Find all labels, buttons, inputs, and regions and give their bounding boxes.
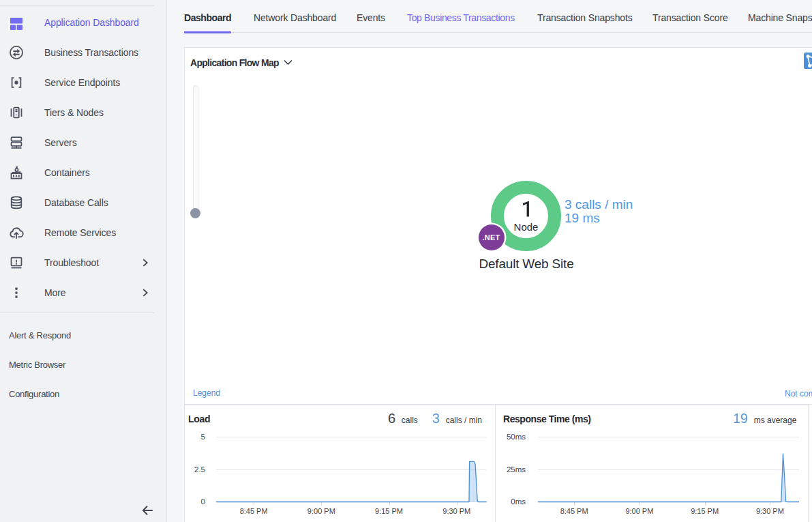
flow-map-title: Application Flow Map — [190, 57, 279, 68]
dashboard-icon — [9, 15, 24, 30]
node-metric-time: 19 ms — [565, 212, 633, 225]
flow-map-title-dropdown[interactable]: Application Flow Map — [190, 55, 292, 69]
tab-events[interactable]: Events — [357, 4, 385, 32]
sidebar-divider — [0, 5, 154, 6]
x-tick-label: 9:15 PM — [685, 507, 725, 516]
node-metrics: 3 calls / min 19 ms — [565, 198, 633, 225]
tab-transaction-snapshots[interactable]: Transaction Snapshots — [537, 4, 633, 32]
sidebar-divider — [0, 313, 154, 313]
stat-label: calls — [402, 416, 418, 425]
tab-machine-snapshots[interactable]: Machine Snapshots — [748, 4, 812, 32]
chart-stats: 19ms average — [733, 411, 796, 426]
sidebar-item-label: More — [44, 287, 66, 298]
load-chart: Load 6calls 3calls / min 52.508:45 PM9:0… — [185, 405, 495, 522]
flow-node-default-web-site[interactable]: 1 Node .NET — [491, 181, 561, 251]
tab-label: Transaction Score — [652, 12, 728, 23]
sidebar-item-label: Troubleshoot — [44, 257, 99, 268]
chevron-right-icon — [139, 257, 151, 269]
series-area — [538, 434, 799, 504]
stat-label: ms average — [754, 416, 797, 425]
x-tick-label: 8:45 PM — [554, 507, 595, 516]
node-name: Default Web Site — [451, 257, 601, 272]
x-tick-label: 8:45 PM — [233, 507, 274, 516]
transactions-icon — [9, 45, 24, 60]
zoom-slider-handle[interactable] — [190, 208, 200, 218]
zoom-slider-track[interactable] — [193, 85, 198, 218]
sidebar-item-label: Tiers & Nodes — [44, 107, 104, 118]
sidebar-item-label: Database Calls — [44, 197, 108, 208]
sidebar-item-label: Configuration — [9, 388, 59, 398]
not-comparing-link[interactable]: Not comparing — [785, 389, 812, 398]
sidebar-item-label: Servers — [44, 137, 77, 148]
sidebar-item-alert-respond[interactable]: Alert & Respond — [0, 320, 166, 349]
response-time-chart: Response Time (ms) 19ms average 50ms25ms… — [496, 405, 812, 522]
tab-label: Transaction Snapshots — [537, 12, 633, 23]
sidebar-item-application-dashboard[interactable]: Application Dashboard — [0, 8, 166, 38]
x-tick-label: 9:30 PM — [436, 507, 477, 516]
sidebar-item-database-calls[interactable]: Database Calls — [0, 188, 166, 218]
node-metric-calls: 3 calls / min — [565, 198, 633, 212]
y-tick-label: 25ms — [496, 465, 526, 474]
database-icon — [9, 195, 24, 210]
stat-value: 3 — [432, 411, 440, 426]
stat-value: 6 — [388, 411, 395, 426]
sidebar-item-remote-services[interactable]: Remote Services — [0, 218, 166, 248]
left-arrow-icon — [140, 503, 155, 518]
x-tick-label: 9:15 PM — [369, 507, 410, 516]
tab-network-dashboard[interactable]: Network Dashboard — [254, 4, 336, 32]
tab-transaction-score[interactable]: Transaction Score — [652, 4, 728, 32]
y-tick-label: 0ms — [496, 497, 526, 506]
chart-title: Response Time (ms) — [503, 414, 591, 424]
y-tick-label: 50ms — [496, 432, 526, 441]
tiers-nodes-icon — [9, 105, 24, 120]
chevron-down-icon — [284, 55, 292, 69]
tab-label: Machine Snapshots — [748, 12, 812, 23]
chart-title: Load — [188, 414, 210, 424]
cloud-icon — [9, 225, 24, 240]
flow-map-panel: Application Flow Map 1 — [184, 47, 812, 405]
sidebar-item-business-transactions[interactable]: Business Transactions — [0, 38, 166, 68]
sidebar-item-label: Application Dashboard — [44, 17, 139, 28]
sidebar-item-more[interactable]: More — [0, 278, 166, 308]
sidebar-item-label: Service Endpoints — [44, 77, 120, 88]
collapse-sidebar-button[interactable] — [140, 503, 155, 518]
node-count: 1 — [522, 201, 530, 217]
tab-label: Events — [357, 12, 385, 23]
servers-icon — [9, 135, 24, 150]
stat-label: calls / min — [446, 416, 482, 425]
x-tick-label: 9:30 PM — [749, 507, 790, 516]
tab-top-business-transactions[interactable]: Top Business Transactions — [407, 4, 515, 32]
y-tick-label: 5 — [185, 432, 205, 441]
sidebar-item-containers[interactable]: Containers — [0, 158, 166, 188]
charts-panel: Load 6calls 3calls / min 52.508:45 PM9:0… — [184, 405, 809, 522]
legend-link[interactable]: Legend — [193, 388, 220, 398]
chart-stats: 6calls 3calls / min — [388, 411, 482, 426]
more-icon — [9, 285, 24, 300]
sidebar-item-metric-browser[interactable]: Metric Browser — [0, 349, 166, 379]
flow-map-settings-button[interactable] — [804, 53, 812, 69]
sidebar-item-label: Containers — [44, 167, 90, 178]
tab-dashboard[interactable]: Dashboard — [184, 4, 231, 32]
stat-value: 19 — [733, 411, 748, 426]
y-tick-label: 0 — [185, 497, 205, 506]
x-tick-label: 9:00 PM — [619, 507, 660, 516]
troubleshoot-icon — [9, 255, 24, 270]
flow-map-graph-icon — [804, 53, 812, 69]
tab-label: Dashboard — [184, 12, 231, 23]
tab-label: Network Dashboard — [254, 12, 336, 23]
sidebar-item-tiers-nodes[interactable]: Tiers & Nodes — [0, 98, 166, 128]
sidebar-item-label: Alert & Respond — [9, 330, 71, 340]
sidebar-item-configuration[interactable]: Configuration — [0, 379, 166, 408]
service-endpoints-icon — [9, 75, 24, 90]
main-content: Dashboard Network Dashboard Events Top B… — [167, 0, 812, 522]
tabbar-border — [184, 32, 812, 33]
sidebar-item-servers[interactable]: Servers — [0, 128, 166, 158]
sidebar-item-service-endpoints[interactable]: Service Endpoints — [0, 68, 166, 98]
y-tick-label: 2.5 — [185, 465, 205, 474]
series-area — [216, 434, 487, 504]
chevron-right-icon — [139, 287, 151, 299]
containers-icon — [9, 165, 24, 180]
tab-label: Top Business Transactions — [407, 12, 515, 23]
dotnet-badge: .NET — [479, 224, 505, 250]
sidebar-item-troubleshoot[interactable]: Troubleshoot — [0, 248, 166, 278]
